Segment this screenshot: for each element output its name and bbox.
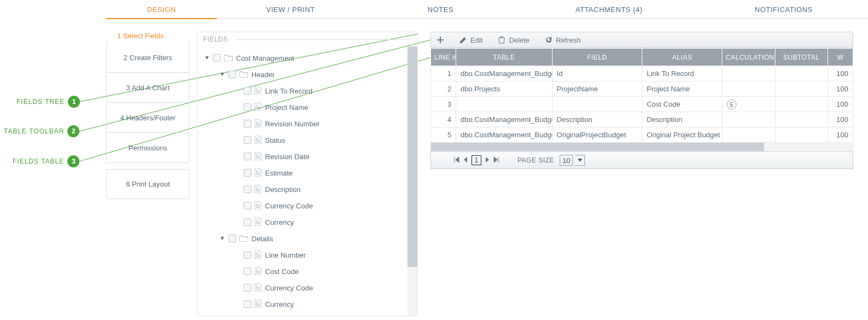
pager-next-icon[interactable] — [484, 156, 491, 165]
tree-node[interactable]: Cost Management — [201, 50, 417, 66]
tree-node[interactable]: Currency Code — [201, 197, 417, 214]
tab-notifications[interactable]: NOTIFICATIONS — [701, 0, 866, 19]
checkbox[interactable] — [244, 300, 251, 308]
horizontal-thumb[interactable] — [431, 143, 764, 151]
table-row[interactable]: 4dbo.CostManagement_BudgeDescriptionDesc… — [431, 112, 853, 127]
edit-label: Edit — [470, 36, 482, 44]
divider — [235, 39, 412, 40]
pager-first-icon[interactable] — [453, 156, 461, 165]
checkbox[interactable] — [244, 284, 251, 292]
page-icon — [255, 185, 262, 194]
cell: 1 — [431, 66, 456, 82]
page-icon — [255, 218, 262, 226]
page-icon — [255, 251, 262, 259]
tree-node-label: Status — [265, 136, 285, 144]
column-header[interactable]: CALCULATION — [722, 49, 775, 66]
checkbox[interactable] — [244, 103, 251, 111]
add-button[interactable] — [436, 36, 444, 44]
cell: dbo.CostManagement_Budge — [456, 66, 552, 82]
sidebar-item-add-chart[interactable]: 3 Add A Chart — [106, 73, 189, 103]
tab-view-print[interactable]: VIEW / PRINT — [217, 0, 364, 19]
tree-node[interactable]: Revision Date — [201, 148, 417, 165]
column-header[interactable]: FIELD — [552, 49, 642, 66]
checkbox[interactable] — [244, 136, 251, 144]
column-header[interactable]: TABLE — [456, 49, 552, 66]
sidebar-item-print-layout[interactable]: 6 Print Layout — [106, 169, 189, 199]
page-icon — [255, 103, 262, 112]
fields-table[interactable]: LINE #TABLEFIELDALIASCALCULATIONSUBTOTAL… — [430, 48, 853, 143]
column-header[interactable]: W — [827, 49, 853, 66]
chevron-down-icon — [578, 159, 582, 162]
tree-node[interactable]: Project Name — [201, 99, 417, 115]
sidebar-item-permissions[interactable]: Permissions — [106, 133, 189, 163]
checkbox[interactable] — [228, 71, 236, 78]
pager-last-icon[interactable] — [492, 156, 500, 165]
checkbox[interactable] — [244, 87, 251, 95]
page-size-value[interactable]: 10 — [560, 155, 573, 166]
tree-node-label: Line Number — [265, 251, 306, 259]
checkbox[interactable] — [213, 54, 221, 62]
checkbox[interactable] — [244, 120, 251, 127]
tab-notes[interactable]: NOTES — [364, 0, 517, 19]
callout-label: FIELDS TREE — [16, 98, 65, 106]
table-row[interactable]: 3Cost CodeE100 — [431, 97, 853, 112]
tree-node[interactable]: Currency — [201, 214, 417, 230]
horizontal-scrollbar[interactable] — [430, 143, 853, 152]
checkbox[interactable] — [244, 251, 251, 259]
checkbox[interactable] — [244, 218, 251, 226]
table-row[interactable]: 2dbo.ProjectsProjectNameProject Name100 — [431, 82, 853, 97]
table-row[interactable]: 5dbo.CostManagement_BudgeOriginalProject… — [431, 127, 853, 143]
expand-icon — [235, 301, 240, 307]
scrollbar-track[interactable] — [407, 46, 417, 316]
tree-node[interactable]: Estimate — [201, 165, 417, 181]
expand-icon — [235, 170, 240, 176]
sidebar-selected[interactable]: 1 Select Fields — [106, 28, 189, 43]
expand-icon[interactable] — [204, 55, 210, 61]
tree-node[interactable]: Line Number — [201, 247, 417, 263]
expand-icon[interactable] — [220, 236, 225, 241]
cell — [775, 66, 827, 82]
column-header[interactable]: LINE # — [431, 49, 456, 66]
tree-node[interactable]: Status — [201, 132, 417, 148]
sidebar-item-create-filters[interactable]: 2 Create Filters — [106, 43, 189, 73]
page-size-dropdown[interactable] — [575, 155, 585, 166]
checkbox[interactable] — [244, 153, 251, 160]
checkbox[interactable] — [244, 185, 251, 193]
cell — [552, 97, 642, 112]
trash-icon — [498, 36, 505, 44]
callout-fields-tree: FIELDS TREE 1 — [16, 96, 80, 108]
expand-icon[interactable] — [220, 72, 225, 77]
tab-attachments-4-[interactable]: ATTACHMENTS (4) — [517, 0, 701, 19]
tree-node[interactable]: Details — [201, 230, 417, 247]
tree-node-label: Estimate — [265, 169, 293, 177]
expand-icon — [235, 104, 240, 110]
table-row[interactable]: 1dbo.CostManagement_BudgeIdLink To Recor… — [431, 66, 853, 82]
column-header[interactable]: SUBTOTAL — [775, 49, 827, 66]
fields-tree[interactable]: Cost ManagementHeaderLink To RecordProje… — [198, 46, 417, 316]
refresh-button[interactable]: Refresh — [545, 36, 581, 44]
tree-node[interactable]: Link To Record — [201, 83, 417, 99]
cell: Description — [642, 112, 722, 127]
cell: 5 — [431, 127, 456, 143]
edit-button[interactable]: Edit — [459, 36, 482, 44]
checkbox[interactable] — [244, 169, 251, 177]
column-header[interactable]: ALIAS — [642, 49, 722, 66]
checkbox[interactable] — [244, 202, 251, 210]
pager-prev-icon[interactable] — [462, 156, 469, 165]
cell: 100 — [827, 97, 853, 112]
tree-node[interactable]: Header — [201, 66, 417, 83]
tree-node[interactable]: Currency Code — [201, 280, 417, 296]
checkbox[interactable] — [228, 235, 236, 242]
scrollbar-thumb[interactable] — [407, 46, 417, 267]
delete-button[interactable]: Delete — [498, 36, 530, 44]
tree-node[interactable]: Cost Code — [201, 263, 417, 280]
tab-design[interactable]: DESIGN — [106, 0, 217, 19]
tree-node[interactable]: Revision Number — [201, 115, 417, 132]
sidebar-item-headers-footer[interactable]: 4 Headers/Footer — [106, 103, 189, 133]
callout-badge: 1 — [68, 96, 80, 108]
tree-node-label: Description — [265, 185, 301, 194]
checkbox[interactable] — [244, 267, 251, 275]
pager-current[interactable]: 1 — [472, 155, 481, 165]
tree-node[interactable]: Description — [201, 181, 417, 197]
tree-node[interactable]: Currency — [201, 296, 417, 312]
